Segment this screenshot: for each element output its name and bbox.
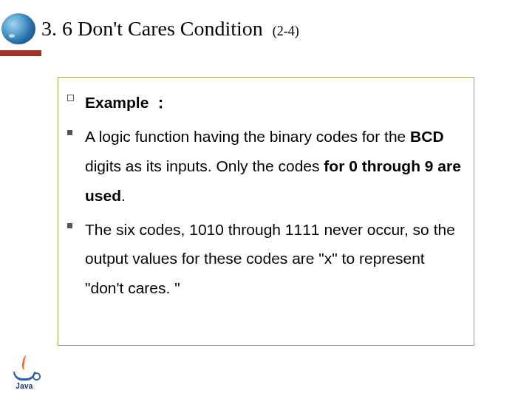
steam-icon [18, 355, 30, 372]
bullet-solid-icon [66, 122, 85, 143]
bullet-row-2: The six codes, 1010 through 1111 never o… [66, 215, 463, 304]
java-label: Java [16, 382, 33, 390]
slide-header: 3. 6 Don't Cares Condition (2-4) [0, 0, 532, 49]
bullet-hollow-icon [66, 88, 85, 109]
title-main: 3. 6 Don't Cares Condition [41, 17, 263, 40]
example-label: Example ： [85, 88, 463, 117]
slide-title: 3. 6 Don't Cares Condition (2-4) [41, 17, 299, 41]
bullet-row-1: A logic function having the binary codes… [66, 122, 463, 211]
bullet-text-1: A logic function having the binary codes… [85, 122, 463, 211]
example-row: Example ： [66, 88, 463, 117]
globe-icon [1, 13, 35, 44]
content-box: Example ： A logic function having the bi… [58, 77, 474, 346]
accent-bar [0, 50, 41, 56]
java-logo: Java [6, 346, 43, 390]
bullet-solid-icon [66, 215, 85, 236]
bullet-text-2: The six codes, 1010 through 1111 never o… [85, 215, 463, 304]
cup-icon [13, 372, 35, 381]
title-sub: (2-4) [273, 24, 299, 38]
